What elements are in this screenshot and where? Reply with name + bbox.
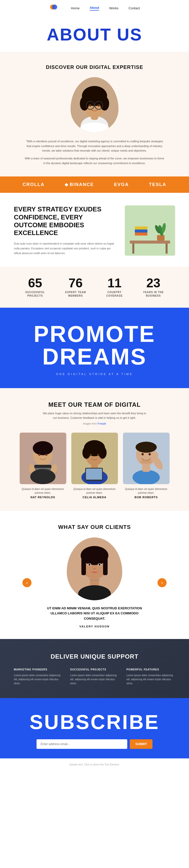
nav-home[interactable]: Home: [71, 6, 80, 10]
strategy-section: EVERY STRATEGY EXUDES CONFIDENCE, EVERY …: [0, 193, 189, 267]
nav-works[interactable]: Works: [109, 6, 118, 10]
svg-rect-20: [135, 229, 147, 232]
svg-rect-18: [166, 244, 168, 254]
testimonial-wrapper: ‹: [7, 537, 182, 628]
team-card-2: Quisque id diam vel quam elementum pulvi…: [71, 433, 118, 499]
support-col-3: POWERFUL FEATURES Lorem ipsum dolor cons…: [127, 668, 175, 685]
support-col-2-text: Lorem ipsum dolor consectetur adipiscing…: [70, 674, 119, 685]
svg-point-55: [141, 453, 144, 455]
team-cards: Quisque id diam vel quam elementum pulvi…: [12, 433, 177, 499]
support-heading: DELIVER UNIQUE SUPPORT: [14, 653, 175, 660]
strategy-heading: EVERY STRATEGY EXUDES CONFIDENCE, EVERY …: [14, 205, 117, 237]
strategy-image: [125, 205, 175, 256]
support-col-1: MARKETING PIONEERS Lorem ipsum dolor con…: [14, 668, 62, 685]
svg-point-12: [89, 104, 91, 106]
svg-rect-52: [142, 464, 150, 472]
team-name-1: NAT REYNOLDS: [20, 496, 66, 499]
stat-label-team: EXPERT TEAMMEMBERS: [65, 290, 86, 298]
strategy-text: EVERY STRATEGY EXUDES CONFIDENCE, EVERY …: [14, 205, 117, 255]
stat-num-country: 11: [106, 277, 123, 289]
svg-rect-17: [132, 244, 134, 254]
team-name-3: BOB ROBERTS: [123, 496, 170, 499]
stat-label-country: COUNTRYCOVERAGE: [106, 290, 123, 298]
discover-text1: "With a relentless pursuit of excellence…: [24, 139, 165, 153]
support-col-1-title: MARKETING PIONEERS: [14, 668, 62, 671]
support-col-2: SUCCESSFUL PROJECTS Lorem ipsum dolor co…: [70, 668, 119, 685]
svg-rect-62: [103, 555, 108, 575]
stat-label-projects: SUCCESSFULPROJECTS: [25, 290, 45, 298]
svg-point-41: [99, 447, 107, 459]
svg-point-68: [99, 564, 101, 566]
svg-point-56: [148, 453, 151, 455]
team-img-3: [123, 433, 170, 484]
testimonial-text: UT ENIM AD MINIM VENIAM, QUIS NOSTRUD EX…: [47, 606, 142, 621]
team-img-1: [20, 433, 66, 484]
svg-point-35: [38, 454, 40, 456]
team-credit: Images from Freepik: [12, 422, 177, 425]
support-col-3-title: POWERFUL FEATURES: [127, 668, 175, 671]
svg-point-1: [52, 4, 57, 9]
client-image: [67, 537, 122, 600]
strategy-paragraph: Duis aute irure dolor in reprehenderit i…: [14, 241, 117, 255]
hero-section: ABOUT US: [0, 14, 189, 52]
stat-num-years: 23: [143, 277, 164, 289]
clients-section: WHAT SAY OUR CLIENTS ‹: [0, 511, 189, 639]
promote-line2: DREAMS: [10, 345, 179, 368]
promote-subtitle: ONE DIGITAL STRIDE AT A TIME: [10, 373, 179, 376]
brand-binance: BINANCE: [65, 182, 94, 187]
subscribe-input[interactable]: [36, 739, 127, 749]
support-columns: MARKETING PIONEERS Lorem ipsum dolor con…: [14, 668, 175, 685]
team-card-3: Quisque id diam vel quam elementum pulvi…: [123, 433, 170, 499]
svg-rect-45: [86, 469, 102, 479]
brands-section: CROLLA BINANCE EVGA TESLA: [0, 177, 189, 193]
footer-text: Sample text. Click to select the Text El…: [69, 763, 120, 766]
team-heading: MEET OUR TEAM OF DIGITAL: [12, 401, 177, 408]
svg-point-50: [136, 442, 157, 453]
brand-evga: EVGA: [114, 182, 129, 187]
nav-about[interactable]: About: [90, 6, 99, 10]
hero-title: ABOUT US: [0, 25, 189, 44]
subscribe-heading: SUBSCRIBE: [12, 711, 177, 734]
discover-text2: With a team of seasoned professionals de…: [24, 156, 165, 165]
discover-section: DISCOVER OUR DIGITAL EXPERTISE: [0, 52, 189, 177]
testimonial-card: UT ENIM AD MINIM VENIAM, QUIS NOSTRUD EX…: [34, 537, 155, 628]
stat-label-years: YEARS IN THEBUSINESS: [143, 290, 164, 298]
team-card-1: Quisque id diam vel quam elementum pulvi…: [20, 433, 66, 499]
team-section: MEET OUR TEAM OF DIGITAL We place huge v…: [0, 388, 189, 510]
svg-point-36: [45, 454, 47, 456]
team-img-2: [71, 433, 118, 484]
subscribe-section: SUBSCRIBE Submit: [0, 698, 189, 758]
discover-image: [71, 77, 118, 132]
team-name-2: CELIA ALMEDA: [71, 496, 118, 499]
footer: Sample text. Click to select the Text El…: [0, 758, 189, 770]
next-button[interactable]: ›: [158, 578, 167, 587]
svg-point-34: [30, 469, 55, 484]
nav-contact[interactable]: Contact: [129, 6, 140, 10]
svg-rect-21: [135, 226, 147, 229]
svg-point-29: [33, 441, 53, 455]
stats-section: 65 SUCCESSFULPROJECTS 76 EXPERT TEAMMEMB…: [0, 267, 189, 308]
brand-tesla: TESLA: [149, 182, 166, 187]
prev-button[interactable]: ‹: [22, 578, 31, 587]
svg-point-69: [93, 568, 96, 569]
client-name: VALERY HUDSON: [34, 625, 155, 628]
stat-team: 76 EXPERT TEAMMEMBERS: [65, 277, 86, 298]
binance-diamond-icon: [65, 183, 68, 187]
team-bio-2: Quisque id diam vel quam elementum pulvi…: [71, 487, 118, 495]
support-col-1-text: Lorem ipsum dolor consectetur adipiscing…: [14, 674, 62, 685]
support-col-3-text: Lorem ipsum dolor consectetur adipiscing…: [127, 674, 175, 685]
svg-point-46: [90, 454, 92, 456]
stat-num-projects: 65: [25, 277, 45, 289]
logo[interactable]: [49, 3, 58, 12]
stat-num-team: 76: [65, 277, 86, 289]
subscribe-form: Submit: [36, 739, 153, 749]
svg-rect-16: [130, 241, 170, 244]
support-section: DELIVER UNIQUE SUPPORT MARKETING PIONEER…: [0, 639, 189, 698]
svg-rect-22: [157, 235, 165, 241]
svg-point-57: [141, 460, 152, 464]
brand-crolla: CROLLA: [23, 182, 45, 187]
svg-point-66: [88, 564, 90, 566]
svg-rect-61: [81, 555, 86, 575]
subscribe-button[interactable]: Submit: [130, 739, 153, 749]
svg-point-13: [98, 104, 100, 106]
